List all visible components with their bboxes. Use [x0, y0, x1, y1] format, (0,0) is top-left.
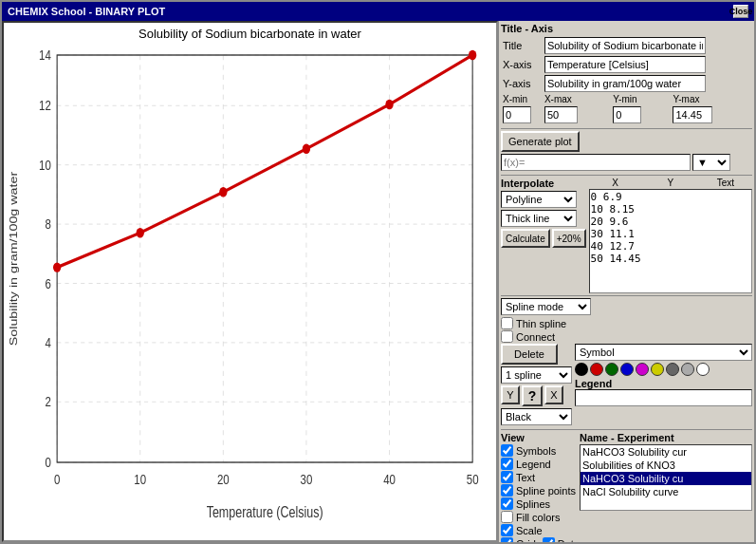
- color-magenta[interactable]: [636, 363, 649, 376]
- y-max-label: Y-max: [671, 93, 752, 105]
- svg-text:Solubility in gram/100g water: Solubility in gram/100g water: [8, 171, 20, 346]
- col-x-label: X: [589, 178, 642, 188]
- color-yellow[interactable]: [651, 363, 664, 376]
- symbols-check-label: Symbols: [516, 445, 556, 457]
- interpolate-section: Interpolate Polyline Spline Thick line T…: [501, 178, 586, 293]
- close-button[interactable]: Close: [733, 5, 748, 18]
- connect-check[interactable]: [501, 330, 513, 343]
- color-white[interactable]: [696, 363, 710, 376]
- fx-dropdown[interactable]: ▼: [692, 154, 730, 171]
- x-max-label: X-max: [543, 93, 611, 105]
- thin-spline-check[interactable]: [501, 317, 513, 329]
- y-axis-input[interactable]: [544, 75, 706, 92]
- calculate-button[interactable]: Calculate: [501, 229, 550, 248]
- view-nameexp-row: View Symbols Legend Text: [501, 432, 752, 542]
- grid-dot-row: Grid Dot: [501, 537, 576, 542]
- svg-text:10: 10: [134, 472, 146, 488]
- plot-svg: 0 2 4 6 8 10 12 14 0 10 20 30 40 50: [8, 43, 492, 524]
- y-max-input[interactable]: [673, 106, 712, 123]
- title-label: Title: [503, 40, 522, 51]
- grid-label: Grid: [516, 538, 536, 543]
- svg-text:30: 30: [301, 472, 313, 488]
- exp-item-1[interactable]: Solubilities of KNO3: [581, 459, 751, 472]
- title-bar-buttons: Close: [733, 5, 748, 18]
- plot-area: Solubility of Sodium bicarbonate in wate…: [2, 21, 498, 542]
- x-button[interactable]: X: [544, 385, 563, 404]
- spline-mode-dropdown[interactable]: Spline mode: [501, 298, 591, 315]
- main-window: CHEMIX School - BINARY PLOT Close Solubi…: [0, 0, 756, 544]
- spline-mode-row: Spline mode: [501, 298, 752, 315]
- text-check-label: Text: [516, 472, 535, 483]
- delete-button[interactable]: Delete: [501, 344, 558, 365]
- name-exp-section: Name - Experiment NaHCO3 Solubility cur …: [580, 432, 752, 542]
- thin-spline-label: Thin spline: [516, 318, 566, 329]
- text-check-row: Text: [501, 471, 576, 483]
- svg-text:8: 8: [45, 216, 50, 233]
- x-axis-input[interactable]: [544, 56, 706, 73]
- grid-check[interactable]: [501, 537, 513, 542]
- title-bar: CHEMIX School - BINARY PLOT Close: [2, 2, 754, 21]
- generate-row: Generate plot: [501, 131, 752, 152]
- data-col-headers: X Y Text: [589, 178, 752, 188]
- color-lightgray[interactable]: [681, 363, 694, 376]
- splines-check[interactable]: [501, 497, 513, 510]
- legend-check[interactable]: [501, 458, 513, 470]
- generate-button[interactable]: Generate plot: [501, 131, 580, 152]
- col-text-label: Text: [699, 178, 752, 188]
- symbol-dropdown[interactable]: Symbol: [575, 344, 752, 361]
- interpolate-dropdown[interactable]: Polyline Spline: [501, 191, 577, 208]
- symbols-check[interactable]: [501, 444, 513, 457]
- line-dropdown[interactable]: Thick line Thin line: [501, 210, 577, 227]
- fill-colors-label: Fill colors: [516, 512, 560, 523]
- splines-check-label: Splines: [516, 498, 550, 510]
- title-axis-label: Title - Axis: [501, 23, 752, 34]
- svg-text:0: 0: [45, 455, 50, 471]
- title-axis-section: Title - Axis Title X-axis Y-axis: [501, 23, 752, 124]
- exp-item-0[interactable]: NaHCO3 Solubility cur: [581, 445, 751, 459]
- spline-num-dropdown[interactable]: 1 spline: [501, 366, 572, 384]
- connect-row: Connect: [501, 330, 752, 343]
- question-button[interactable]: ?: [522, 385, 543, 406]
- exp-item-3[interactable]: NaCl Solubility curve: [581, 485, 751, 498]
- svg-text:0: 0: [54, 472, 60, 488]
- svg-point-18: [219, 187, 227, 197]
- color-gray[interactable]: [666, 363, 679, 376]
- svg-point-21: [469, 50, 476, 60]
- spline-points-check[interactable]: [501, 484, 513, 497]
- fill-colors-check[interactable]: [501, 511, 513, 523]
- svg-point-19: [303, 144, 310, 154]
- x-max-input[interactable]: [544, 106, 578, 123]
- fx-row: ▼: [501, 154, 752, 171]
- plus20-button[interactable]: +20%: [552, 229, 586, 248]
- svg-text:14: 14: [39, 47, 51, 64]
- title-input[interactable]: [544, 37, 706, 54]
- svg-text:20: 20: [217, 472, 230, 488]
- yx-btn-row: Y ? X: [501, 385, 572, 406]
- interpolate-data-row: Interpolate Polyline Spline Thick line T…: [501, 178, 752, 293]
- svg-text:2: 2: [45, 394, 50, 410]
- name-exp-list: NaHCO3 Solubility cur Solubilities of KN…: [580, 444, 752, 511]
- y-min-input[interactable]: [613, 106, 641, 123]
- x-min-input[interactable]: [503, 106, 531, 123]
- svg-text:50: 50: [467, 472, 479, 488]
- exp-item-2[interactable]: NaHCO3 Solubility cu: [581, 472, 751, 485]
- y-button[interactable]: Y: [501, 385, 520, 404]
- symbol-section: Symbol Legend: [575, 344, 752, 406]
- divider-2: [501, 175, 752, 176]
- dot-check[interactable]: [543, 537, 555, 542]
- col-y-label: Y: [644, 178, 697, 188]
- text-check[interactable]: [501, 471, 513, 483]
- legend-check-label: Legend: [516, 459, 551, 470]
- legend-input[interactable]: [575, 389, 752, 406]
- name-exp-label: Name - Experiment: [580, 432, 752, 443]
- fx-input[interactable]: [501, 154, 691, 171]
- data-list[interactable]: 0 6.9 10 8.15 20 9.6 30 11.1 40 12.7 50 …: [589, 189, 752, 293]
- scale-check[interactable]: [501, 524, 513, 536]
- color-black[interactable]: [575, 363, 588, 376]
- scale-row: Scale: [501, 524, 576, 536]
- color-blue[interactable]: [620, 363, 634, 376]
- color-swatches: [575, 363, 752, 376]
- black-dropdown[interactable]: Black: [501, 408, 572, 425]
- color-red[interactable]: [590, 363, 603, 376]
- color-green[interactable]: [605, 363, 618, 376]
